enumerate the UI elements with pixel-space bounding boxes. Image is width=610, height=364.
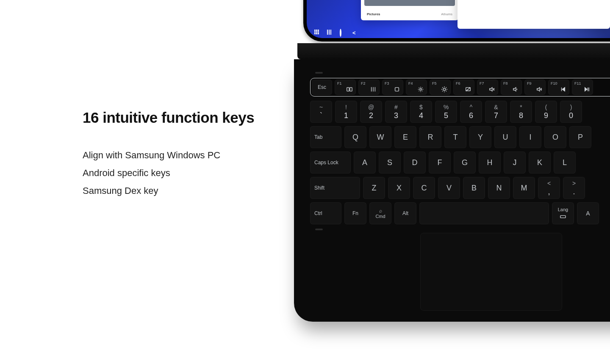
key-capslock: Caps Lock [310,152,351,174]
bullet-2: Android specific keys [83,164,269,182]
key-g: G [454,152,476,174]
key-6: ^6 [460,101,482,123]
dex-icon [347,86,352,92]
svg-rect-1 [350,88,352,91]
row-q: Tab Q W E R T Y U I O P [310,126,610,148]
key-f7: F7 [477,80,498,95]
hinge [297,43,610,59]
trackpad [420,233,562,311]
key-fn: Fn [344,202,366,224]
wallpaper: Pictures Albums Daily Tracking by region… [307,0,610,38]
key-f: F [429,152,451,174]
key-f10: F10 [548,80,569,95]
key-u: U [494,126,516,148]
brightness-up-icon [441,86,447,92]
feature-bullets: Align with Samsung Windows PC Android sp… [83,146,269,200]
key-h: H [479,152,501,174]
key-shift: Shift [310,177,360,199]
key-f2: F2 [358,80,380,95]
brightness-down-icon [418,86,424,92]
gallery-label-albums: Albums [441,12,452,16]
bullet-3: Samsung Dex key [83,182,269,200]
home-icon [394,86,400,92]
key-cmd: ⌕ Cmd [369,202,391,224]
key-esc: Esc [312,80,332,95]
key-f3: F3 [382,80,403,95]
row-z: Shift Z X C V B N M <, >. [310,177,610,199]
key-7: &7 [485,101,507,123]
gallery-window: Pictures Albums [361,0,458,20]
key-t: T [444,126,466,148]
key-0: )0 [560,101,582,123]
svg-point-3 [420,88,421,90]
sensor-notch-bottom [315,229,323,230]
key-c: C [413,177,435,199]
marketing-text: 16 intuitive function keys Align with Sa… [83,109,269,200]
key-lang: Lang [552,202,574,224]
gallery-photo [364,0,455,6]
key-i: I [519,126,541,148]
recent-icon [327,30,333,36]
key-a: A [354,152,376,174]
key-y: Y [469,126,491,148]
key-l: L [554,152,576,174]
key-ctrl: Ctrl [310,202,341,224]
tablet-screen: Pictures Albums Daily Tracking by region… [303,0,610,41]
row-a: Caps Lock A S D F G H J K L [310,152,610,174]
play-pause-icon [584,86,590,92]
key-x: X [388,177,410,199]
key-j: J [504,152,526,174]
dex-taskbar: < ✱ ▮ [307,27,610,38]
key-z: Z [363,177,385,199]
key-p: P [569,126,591,148]
gallery-label-pictures: Pictures [367,12,380,16]
key-tab: Tab [310,126,341,148]
dashboard-window: Daily Tracking by region Confirmed [458,0,610,29]
keyboard-keys: Esc F1 F2 F3 F4 F5 F6 F7 F8 F9 F10 F11 ~… [310,78,610,228]
key-m: M [513,177,535,199]
apps-grid-icon [314,30,320,36]
key-v: V [438,177,460,199]
key-alt: Alt [394,202,416,224]
svg-rect-0 [347,88,349,91]
key-3: #3 [385,101,407,123]
key-f5: F5 [430,80,451,95]
key-2: @2 [360,101,382,123]
device-render: Pictures Albums Daily Tracking by region… [294,0,610,330]
home-icon [340,30,346,36]
key-f11: F11 [572,80,593,95]
key-k: K [529,152,551,174]
back-icon: < [352,30,358,36]
touchpad-off-icon [465,86,471,92]
volume-down-icon [513,86,518,92]
key-a-right: A [577,202,599,224]
mute-icon [489,86,495,92]
key-r: R [419,126,441,148]
key-d: D [404,152,426,174]
keyboard-deck: Esc F1 F2 F3 F4 F5 F6 F7 F8 F9 F10 F11 ~… [294,59,610,322]
key-period: >. [563,177,585,199]
key-e: E [394,126,416,148]
recent-icon [370,86,376,92]
row-bottom: Ctrl Fn ⌕ Cmd Alt Lang A [310,202,610,224]
key-1: !1 [335,101,357,123]
key-5: %5 [435,101,457,123]
key-q: Q [344,126,366,148]
key-space [419,202,549,224]
key-o: O [544,126,566,148]
key-s: S [379,152,401,174]
key-f4: F4 [406,80,427,95]
svg-rect-2 [395,88,399,91]
sensor-notch-top [315,72,323,74]
headline: 16 intuitive function keys [83,109,269,126]
bullet-1: Align with Samsung Windows PC [83,146,269,164]
number-row: ~` !1 @2 #3 $4 %5 ^6 &7 *8 (9 )0 [310,101,610,123]
keyboard-backlight-icon [560,214,566,220]
key-grave: ~` [310,101,332,123]
key-w: W [369,126,391,148]
svg-point-4 [443,88,446,91]
key-b: B [463,177,485,199]
key-4: $4 [410,101,432,123]
svg-rect-6 [560,215,566,218]
key-f6: F6 [453,80,474,95]
